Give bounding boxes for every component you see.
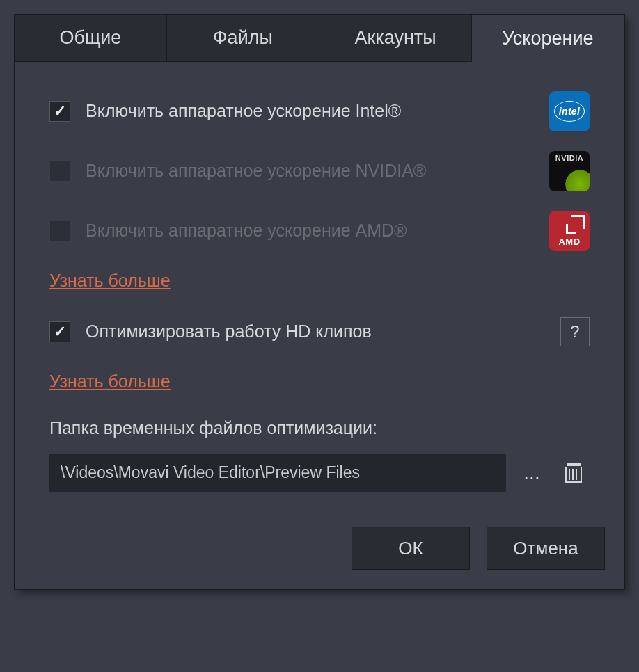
option-hd-row: Оптимизировать работу HD клипов ?: [49, 312, 590, 352]
tab-files[interactable]: Файлы: [167, 15, 320, 62]
option-amd-row: Включить аппаратное ускорение AMD® AMD: [49, 211, 590, 251]
label-hd-optimize: Оптимизировать работу HD клипов: [86, 320, 546, 344]
tab-bar: Общие Файлы Аккаунты Ускорение: [15, 15, 624, 62]
checkbox-hd-optimize[interactable]: [49, 321, 70, 342]
learn-more-link-2[interactable]: Узнать больше: [49, 371, 171, 392]
tab-general[interactable]: Общие: [15, 15, 167, 62]
intel-logo-icon: intel: [549, 91, 590, 131]
cancel-button[interactable]: Отмена: [487, 527, 605, 570]
nvidia-logo-icon: NVIDIA: [549, 151, 590, 191]
dialog-footer: ОК Отмена: [15, 527, 624, 589]
checkbox-intel[interactable]: [49, 101, 70, 122]
label-intel: Включить аппаратное ускорение Intel®: [86, 99, 535, 123]
temp-folder-input[interactable]: [49, 454, 506, 492]
trash-icon: [565, 463, 582, 483]
tab-accounts[interactable]: Аккаунты: [320, 15, 472, 62]
label-nvidia: Включить аппаратное ускорение NVIDIA®: [86, 159, 535, 183]
learn-more-link-1[interactable]: Узнать больше: [49, 271, 171, 291]
checkbox-nvidia: [49, 161, 70, 182]
tab-acceleration[interactable]: Ускорение: [472, 15, 624, 62]
delete-button[interactable]: [558, 457, 590, 489]
help-button[interactable]: ?: [560, 317, 590, 346]
option-nvidia-row: Включить аппаратное ускорение NVIDIA® NV…: [49, 151, 590, 191]
label-amd: Включить аппаратное ускорение AMD®: [86, 219, 535, 243]
tab-content: Включить аппаратное ускорение Intel® int…: [15, 62, 624, 518]
browse-button[interactable]: ...: [516, 457, 548, 489]
temp-folder-label: Папка временных файлов оптимизации:: [49, 418, 590, 438]
temp-folder-row: ...: [49, 454, 590, 492]
settings-dialog: Общие Файлы Аккаунты Ускорение Включить …: [14, 14, 625, 590]
checkbox-amd: [49, 221, 70, 241]
ok-button[interactable]: ОК: [352, 527, 470, 570]
option-intel-row: Включить аппаратное ускорение Intel® int…: [49, 91, 590, 131]
amd-logo-icon: AMD: [549, 211, 590, 251]
